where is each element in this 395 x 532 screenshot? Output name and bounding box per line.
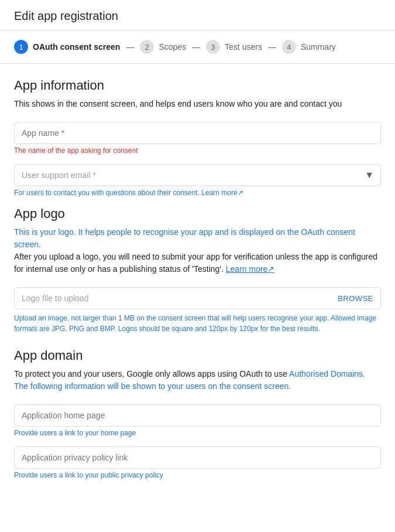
logo-file-placeholder: Logo file to upload (22, 294, 88, 303)
privacy-policy-input[interactable] (14, 446, 381, 469)
step-1-label: OAuth consent screen (33, 42, 120, 52)
privacy-policy-group: Provide users a link to your public priv… (14, 446, 381, 479)
step-1-number: 1 (14, 40, 28, 54)
app-name-hint: The name of the app asking for consent (14, 146, 381, 155)
step-2-number: 2 (140, 40, 154, 54)
app-logo-learn-more-link[interactable]: Learn more↗ (226, 264, 275, 274)
step-1[interactable]: 1 OAuth consent screen (14, 40, 120, 54)
app-domain-title: App domain (14, 348, 381, 363)
browse-button[interactable]: BROWSE (338, 294, 373, 303)
step-3-label: Test users (225, 42, 262, 52)
app-logo-title: App logo (14, 206, 381, 221)
step-3[interactable]: 3 Test users (206, 40, 262, 54)
app-information-desc: This shows in the consent screen, and he… (14, 98, 381, 110)
page-title: Edit app registration (14, 9, 381, 23)
main-content: App information This shows in the consen… (0, 64, 395, 503)
app-logo-section: App logo This is your logo. It helps peo… (14, 206, 381, 334)
step-4-label: Summary (301, 42, 336, 52)
step-4[interactable]: 4 Summary (282, 40, 336, 54)
app-information-section: App information This shows in the consen… (14, 78, 381, 197)
home-page-input[interactable] (14, 404, 381, 427)
stepper: 1 OAuth consent screen — 2 Scopes — 3 Te… (0, 30, 395, 64)
page-header: Edit app registration (0, 0, 395, 30)
user-support-email-hint: For users to contact you with questions … (14, 189, 381, 197)
step-divider-2: — (192, 42, 200, 52)
step-3-number: 3 (206, 40, 220, 54)
app-domain-desc: To protect you and your users, Google on… (14, 368, 381, 393)
step-divider-3: — (268, 42, 276, 52)
logo-upload-box: Logo file to upload BROWSE (14, 287, 381, 309)
user-support-email-group: User support email * ▼ For users to cont… (14, 164, 381, 197)
step-4-number: 4 (282, 40, 296, 54)
step-divider-1: — (126, 42, 134, 52)
app-name-group: The name of the app asking for consent (14, 122, 381, 155)
user-support-email-wrapper[interactable]: User support email * ▼ (14, 164, 381, 186)
user-support-email-select[interactable]: User support email * (14, 164, 381, 186)
app-name-input[interactable] (14, 122, 381, 144)
privacy-policy-hint: Provide users a link to your public priv… (14, 471, 381, 479)
home-page-hint: Provide users a link to your home page (14, 429, 381, 437)
app-domain-section: App domain To protect you and your users… (14, 348, 381, 479)
home-page-group: Provide users a link to your home page (14, 404, 381, 437)
step-2-label: Scopes (159, 42, 186, 52)
app-logo-desc: This is your logo. It helps people to re… (14, 226, 381, 275)
app-information-title: App information (14, 78, 381, 93)
step-2[interactable]: 2 Scopes (140, 40, 186, 54)
user-support-learn-more-link[interactable]: Learn more↗ (201, 189, 243, 197)
upload-hint: Upload an image, not larger than 1 MB on… (14, 313, 381, 334)
